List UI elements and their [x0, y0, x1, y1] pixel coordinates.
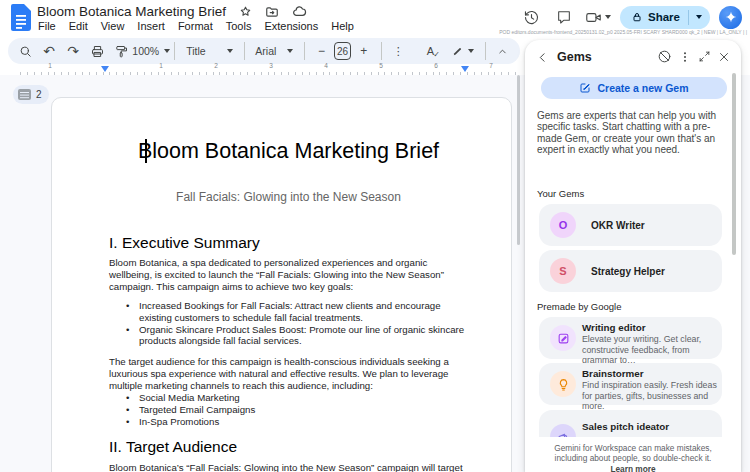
document-scrollbar[interactable] — [517, 75, 520, 245]
undo-button[interactable]: ↶ — [38, 40, 60, 62]
zoom-value: 100% — [132, 45, 159, 57]
hide-menus-button[interactable] — [492, 40, 514, 62]
gem-avatar: O — [550, 212, 576, 238]
ruler-number: 3 — [269, 62, 273, 69]
app-header: Bloom Botanica Marketing Brief File Edit… — [0, 0, 750, 36]
pen-icon — [452, 45, 463, 58]
menu-file[interactable]: File — [36, 20, 58, 32]
menu-help[interactable]: Help — [329, 20, 356, 32]
styles-select[interactable]: Title — [181, 40, 238, 62]
sales-pitch-icon — [550, 424, 576, 437]
doc-paragraph[interactable]: Bloom Botanica’s “Fall Facials: Glowing … — [109, 462, 468, 472]
version-history-button[interactable] — [519, 5, 543, 29]
doc-paragraph[interactable]: Bloom Botanica, a spa dedicated to perso… — [109, 257, 468, 293]
ruler-number: 1 — [48, 62, 52, 69]
editing-mode-select[interactable] — [447, 40, 479, 62]
history-off-icon[interactable] — [657, 49, 672, 64]
gem-name: OKR Writer — [591, 220, 645, 231]
panel-scrollbar[interactable] — [732, 73, 736, 255]
doc-bullet-item[interactable]: Organic Skincare Product Sales Boost: Pr… — [109, 324, 468, 348]
print-button[interactable] — [86, 40, 108, 62]
gem-title: Writing editor — [582, 322, 720, 333]
toolbar-divider — [244, 42, 245, 60]
your-gems-label: Your Gems — [537, 188, 584, 199]
more-vert-icon[interactable] — [678, 50, 692, 64]
menu-extensions[interactable]: Extensions — [262, 20, 320, 32]
paint-roller-icon — [114, 44, 129, 59]
redo-icon: ↷ — [67, 44, 79, 58]
menu-tools[interactable]: Tools — [224, 20, 254, 32]
doc-heading-2[interactable]: II. Target Audience — [109, 437, 468, 456]
doc-bullet-item[interactable]: Increased Bookings for Fall Facials: Att… — [109, 300, 468, 324]
left-indent-marker[interactable] — [101, 66, 109, 72]
build-debug-text: POD editors.documents-frontend_20250131.… — [499, 29, 747, 35]
font-value: Arial — [255, 45, 276, 57]
doc-subtitle[interactable]: Fall Facials: Glowing into the New Seaso… — [109, 190, 468, 204]
doc-bullet-item[interactable]: Social Media Marketing — [109, 392, 468, 404]
menu-bar: File Edit View Insert Format Tools Exten… — [36, 20, 356, 32]
share-dropdown[interactable] — [688, 10, 710, 25]
gem-card-okr-writer[interactable]: O OKR Writer — [539, 204, 722, 246]
gem-description: Elevate your writing. Get clear, constru… — [582, 334, 720, 366]
outline-icon — [18, 89, 31, 100]
move-folder-icon[interactable] — [265, 5, 279, 19]
gem-avatar: S — [550, 258, 576, 284]
zoom-caret-icon — [164, 49, 170, 53]
toolbar-divider — [485, 42, 486, 60]
close-icon[interactable] — [717, 50, 731, 64]
ruler-number: 1 — [159, 62, 163, 69]
increase-font-size-button[interactable]: + — [353, 40, 375, 62]
menu-edit[interactable]: Edit — [67, 20, 90, 32]
doc-paragraph[interactable]: The target audience for this campaign is… — [109, 356, 468, 392]
meet-button[interactable] — [585, 9, 611, 26]
doc-bullet-item[interactable]: In-Spa Promotions — [109, 416, 468, 428]
share-button[interactable]: Share — [620, 6, 710, 29]
clipped-card-region: Sales pitch ideator — [525, 416, 741, 437]
font-select[interactable]: Arial — [250, 40, 298, 62]
comments-button[interactable] — [552, 5, 576, 29]
spell-check-button[interactable]: A✓ — [419, 40, 441, 62]
document-title[interactable]: Bloom Botanica Marketing Brief — [37, 4, 226, 19]
document-page[interactable]: Bloom Botanica Marketing Brief Fall Faci… — [51, 97, 512, 472]
doc-bullet-item[interactable]: Targeted Email Campaigns — [109, 404, 468, 416]
right-indent-marker[interactable] — [461, 66, 469, 72]
more-options-button[interactable]: ⋮ — [387, 40, 409, 62]
toolbar: ↶ ↷ 100% Title Arial − 26 + ⋮ A✓ — [8, 38, 520, 64]
back-button[interactable] — [535, 50, 550, 65]
gems-intro-text: Gems are experts that can help you with … — [537, 110, 727, 155]
menu-format[interactable]: Format — [176, 20, 215, 32]
menu-view[interactable]: View — [99, 20, 127, 32]
ruler-number: 6 — [434, 62, 438, 69]
show-tabs-outline-button[interactable]: 2 — [13, 85, 49, 104]
redo-button[interactable]: ↷ — [62, 40, 84, 62]
search-menus-button[interactable] — [14, 40, 36, 62]
gem-card-strategy-helper[interactable]: S Strategy Helper — [539, 250, 722, 292]
ruler-number: 2 — [214, 62, 218, 69]
star-icon[interactable] — [239, 5, 252, 18]
gem-card-sales-pitch-ideator[interactable]: Sales pitch ideator — [539, 416, 722, 437]
comment-icon — [556, 9, 572, 25]
gems-side-panel: Gems Create a new Gem Gems are experts t… — [525, 40, 741, 472]
doc-heading-title[interactable]: Bloom Botanica Marketing Brief — [109, 138, 468, 165]
expand-icon[interactable] — [698, 50, 711, 63]
gem-card-brainstormer[interactable]: Brainstormer Find inspiration easily. Fr… — [539, 363, 722, 405]
zoom-select[interactable]: 100% — [134, 40, 168, 62]
history-icon — [523, 9, 540, 26]
create-new-gem-button[interactable]: Create a new Gem — [541, 77, 727, 99]
gemini-button[interactable] — [719, 6, 742, 29]
gemini-spark-icon — [724, 10, 738, 24]
font-size-input[interactable]: 26 — [334, 42, 350, 60]
ruler[interactable]: 1 1 2 3 4 5 6 7 — [20, 63, 520, 75]
styles-caret-icon — [227, 49, 233, 53]
learn-more-link[interactable]: Learn more — [610, 464, 655, 472]
paint-format-button[interactable] — [110, 40, 132, 62]
premade-by-google-label: Premade by Google — [537, 301, 622, 312]
doc-bullet-list: Increased Bookings for Fall Facials: Att… — [109, 300, 468, 348]
cloud-saved-icon[interactable] — [292, 4, 307, 19]
google-docs-logo[interactable] — [11, 4, 31, 31]
menu-insert[interactable]: Insert — [135, 20, 167, 32]
gem-card-writing-editor[interactable]: Writing editor Elevate your writing. Get… — [539, 317, 722, 359]
doc-heading-1[interactable]: I. Executive Summary — [109, 233, 468, 252]
decrease-font-size-button[interactable]: − — [310, 40, 332, 62]
ruler-number: 5 — [379, 62, 383, 69]
